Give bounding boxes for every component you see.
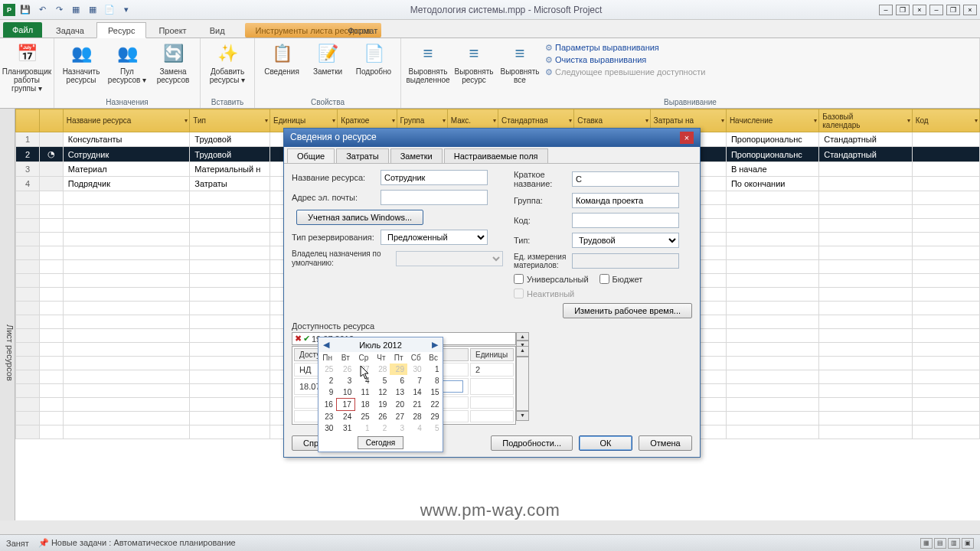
calendar-day[interactable]: 23	[318, 411, 336, 423]
resource-pool-button[interactable]: 👥Пул ресурсов ▾	[106, 41, 148, 84]
resource-name-input[interactable]	[381, 170, 488, 185]
notes-button[interactable]: 📝Заметки	[307, 41, 348, 76]
column-header[interactable]: Код▾	[912, 109, 979, 132]
calendar-day[interactable]: 19	[373, 399, 390, 411]
spin-up[interactable]: ▲	[516, 332, 529, 341]
today-button[interactable]: Сегодня	[358, 436, 403, 449]
add-resources-button[interactable]: ✨Добавить ресурсы ▾	[207, 41, 248, 84]
save-icon[interactable]: 💾	[18, 3, 32, 17]
calendar-day[interactable]: 7	[407, 375, 425, 386]
view-btn[interactable]: ▣	[962, 538, 974, 549]
qat-icon[interactable]: ▦	[86, 3, 100, 17]
calendar-day[interactable]: 30	[407, 364, 425, 375]
booking-type-select[interactable]: Предложенный	[381, 230, 488, 245]
level-selection-button[interactable]: ≡Выровнять выделенное	[407, 41, 449, 84]
minimize-icon[interactable]: –	[929, 5, 943, 15]
view-sidebar[interactable]: Лист ресурсов	[0, 109, 15, 520]
dlg-tab-custom[interactable]: Настраиваемые поля	[444, 148, 548, 163]
email-input[interactable]	[381, 190, 488, 205]
column-header[interactable]: Тип▾	[190, 109, 270, 132]
group-input[interactable]	[572, 193, 679, 208]
calendar-day[interactable]: 25	[354, 411, 372, 423]
change-working-time-button[interactable]: Изменить рабочее время...	[563, 303, 692, 318]
tab-project[interactable]: Проект	[148, 23, 197, 37]
information-button[interactable]: 📋Сведения	[261, 41, 302, 76]
qat-icon[interactable]: 📄	[103, 3, 116, 17]
calendar-day[interactable]: 3	[390, 422, 407, 434]
substitute-resources-button[interactable]: 🔄Замена ресурсов	[152, 41, 194, 84]
calendar-day[interactable]: 1	[425, 364, 443, 375]
team-planner-button[interactable]: 📅Планировщик работы группы ▾	[6, 41, 47, 93]
calendar-day[interactable]: 26	[336, 364, 354, 375]
undo-icon[interactable]: ↶	[35, 3, 49, 17]
level-resource-button[interactable]: ≡Выровнять ресурс	[453, 41, 495, 84]
calendar-day[interactable]: 1	[354, 422, 372, 434]
calendar-day[interactable]: 8	[425, 375, 443, 386]
calendar-day[interactable]: 28	[373, 364, 390, 375]
cancel-icon[interactable]: ✖	[295, 334, 302, 344]
calendar-day[interactable]: 11	[354, 386, 372, 399]
calendar-day[interactable]: 28	[407, 411, 425, 423]
next-overallocation-link[interactable]: Следующее превышение доступности	[545, 67, 706, 77]
calendar-day[interactable]: 22	[425, 399, 443, 411]
assign-resources-button[interactable]: 👥Назначить ресурсы	[60, 41, 102, 84]
calendar-day[interactable]: 14	[407, 386, 425, 399]
code-input[interactable]	[572, 213, 679, 228]
calendar-day[interactable]: 24	[336, 411, 354, 423]
dlg-tab-notes[interactable]: Заметки	[390, 148, 443, 163]
tab-view[interactable]: Вид	[199, 23, 236, 37]
restore-icon[interactable]: ❐	[946, 5, 960, 15]
calendar-day[interactable]: 5	[373, 375, 390, 386]
calendar-day[interactable]: 21	[407, 399, 425, 411]
scroll-up[interactable]: ▲	[516, 346, 529, 357]
close2-icon[interactable]: ×	[913, 5, 926, 15]
clear-leveling-link[interactable]: Очистка выравнивания	[545, 55, 706, 65]
accept-icon[interactable]: ✔	[303, 334, 310, 344]
details-button[interactable]: Подробности...	[491, 435, 573, 451]
column-header[interactable]	[16, 109, 40, 132]
column-header[interactable]	[39, 109, 63, 132]
calendar-day[interactable]: 27	[390, 411, 407, 423]
tab-resource[interactable]: Ресурс	[96, 22, 146, 38]
tab-format[interactable]: Формат	[337, 23, 388, 37]
calendar-day[interactable]: 20	[390, 399, 407, 411]
calendar-day[interactable]: 10	[336, 386, 354, 399]
calendar-day[interactable]: 26	[373, 411, 390, 423]
tab-task[interactable]: Задача	[45, 23, 95, 37]
view-btn[interactable]: ▥	[948, 538, 960, 549]
calendar-day[interactable]: 29	[425, 411, 443, 423]
restore2-icon[interactable]: ❐	[896, 5, 910, 15]
dialog-close-button[interactable]: ×	[680, 132, 694, 144]
calendar-day[interactable]: 9	[318, 386, 336, 399]
cal-prev-icon[interactable]: ◀	[323, 340, 329, 350]
column-header[interactable]: Название ресурса▾	[63, 109, 190, 132]
calendar-day[interactable]: 30	[318, 422, 336, 434]
calendar-day[interactable]: 13	[390, 386, 407, 399]
level-all-button[interactable]: ≡Выровнять все	[499, 41, 541, 84]
close-icon[interactable]: ×	[963, 5, 977, 15]
calendar-day[interactable]: 29	[390, 364, 407, 375]
minimize2-icon[interactable]: –	[879, 5, 893, 15]
calendar-day[interactable]: 12	[373, 386, 390, 399]
column-header[interactable]: Начисление▾	[726, 109, 818, 132]
calendar-day[interactable]: 25	[318, 364, 336, 375]
calendar-day[interactable]: 18	[354, 399, 372, 411]
view-btn[interactable]: ▦	[920, 538, 933, 549]
view-btn[interactable]: ▤	[934, 538, 946, 549]
ok-button[interactable]: ОК	[579, 435, 632, 451]
initials-input[interactable]	[572, 171, 679, 187]
column-header[interactable]: Базовыйкалендарь▾	[819, 109, 912, 132]
calendar-day[interactable]: 31	[336, 422, 354, 434]
calendar-day[interactable]: 17	[336, 399, 354, 411]
calendar-day[interactable]: 16	[318, 399, 336, 411]
calendar-day[interactable]: 15	[425, 386, 443, 399]
leveling-options-link[interactable]: Параметры выравнивания	[545, 43, 706, 53]
qat-icon[interactable]: ▦	[69, 3, 83, 17]
dlg-tab-general[interactable]: Общие	[287, 148, 335, 163]
calendar-day[interactable]: 2	[318, 375, 336, 386]
budget-checkbox[interactable]	[599, 274, 609, 284]
generic-checkbox[interactable]	[514, 274, 524, 284]
calendar-day[interactable]: 5	[425, 422, 443, 434]
calendar-day[interactable]: 2	[373, 422, 390, 434]
qat-dropdown-icon[interactable]: ▾	[119, 3, 133, 17]
